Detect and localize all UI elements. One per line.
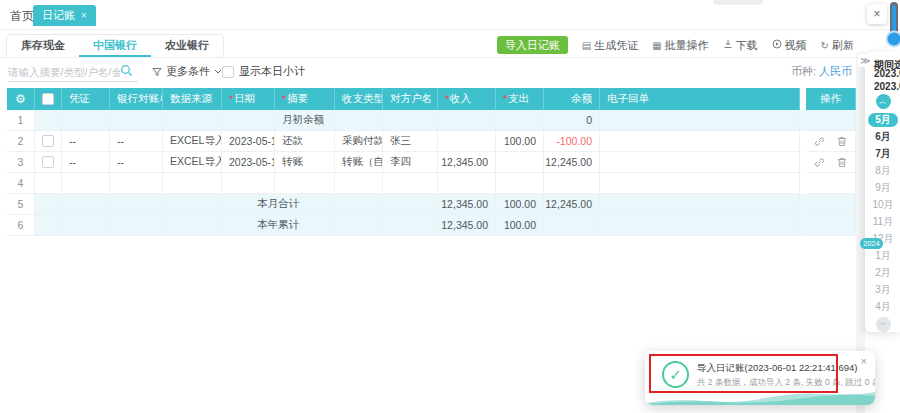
video-button[interactable]: 视频: [772, 38, 807, 53]
more-conditions-button[interactable]: 更多条件: [152, 64, 222, 79]
bank-tab-active[interactable]: 中国银行: [79, 35, 151, 57]
cell-balance: -100.00: [544, 131, 600, 152]
cell-date: 2023-05-10: [222, 152, 275, 173]
column-settings-gear-icon[interactable]: ⚙: [15, 92, 26, 106]
cell-category: 转账（自本...: [335, 152, 383, 173]
cell-bank_stmt: --: [110, 152, 163, 173]
cell-summary: 转账: [275, 152, 335, 173]
table-header-row: ⚙凭证银行对账单数据来源*日期*摘要收支类型对方户名*收入*支出余额电子回单操作: [7, 88, 856, 110]
cell-date: [222, 110, 275, 131]
cell-voucher: [62, 110, 110, 131]
cell-receipt: [600, 131, 800, 152]
cell-bank_stmt: [110, 194, 163, 215]
refresh-icon: ↻: [821, 40, 829, 51]
panel-collapse-icon[interactable]: ≫: [858, 54, 872, 67]
cell-voucher: [62, 215, 110, 236]
search-input[interactable]: [8, 66, 120, 78]
row-checkbox-cell: [35, 110, 62, 131]
cell-expense: 100.00: [496, 131, 544, 152]
cell-balance: 0: [544, 110, 600, 131]
month-item[interactable]: 10月: [868, 196, 898, 213]
table-row[interactable]: 4: [7, 173, 856, 194]
cell-income: 12,345.00: [438, 215, 496, 236]
download-button[interactable]: 下载: [723, 38, 758, 53]
overlay-close-button[interactable]: ×: [867, 4, 887, 24]
row-number: 4: [7, 173, 35, 194]
cell-expense: [496, 152, 544, 173]
month-item[interactable]: 1月: [868, 247, 898, 264]
period-to[interactable]: 2023.05: [874, 81, 900, 92]
tab-journal[interactable]: 日记账 ×: [33, 5, 96, 26]
bank-tab-item[interactable]: 农业银行: [151, 35, 223, 57]
table-row[interactable]: 5本月合计12,345.00100.0012,245.00: [7, 194, 856, 215]
cell-expense: [496, 110, 544, 131]
cell-counterparty: [383, 215, 438, 236]
month-item[interactable]: 2月: [868, 264, 898, 281]
month-item[interactable]: 8月: [868, 162, 898, 179]
download-icon: [723, 39, 733, 51]
month-item[interactable]: 5月: [868, 113, 898, 127]
year-badge: 2024: [860, 238, 883, 249]
import-result-toast: ✓ 导入日记账(2023-06-01 22:21:41.694) 共 2 条数据…: [645, 351, 875, 405]
bank-tab-strip: 库存现金中国银行农业银行: [6, 34, 224, 58]
month-item[interactable]: 3月: [868, 281, 898, 298]
cell-bank_stmt: [110, 110, 163, 131]
row-actions-cell: [806, 215, 856, 236]
cell-summary: 还款: [275, 131, 335, 152]
column-header-voucher: 凭证: [62, 88, 110, 110]
months-scroll-up-icon[interactable]: ︿: [876, 94, 891, 109]
cell-voucher: [62, 194, 110, 215]
tab-home[interactable]: 首页: [10, 8, 34, 25]
cell-voucher: [62, 173, 110, 194]
daily-subtotal-checkbox[interactable]: [222, 66, 234, 78]
delete-icon[interactable]: [837, 136, 847, 147]
table-row[interactable]: 1月初余额0: [7, 110, 856, 131]
row-actions-cell: [806, 152, 856, 173]
bank-tab-item[interactable]: 库存现金: [7, 35, 79, 57]
import-journal-button[interactable]: 导入日记账: [497, 36, 568, 54]
link-icon[interactable]: [814, 136, 825, 147]
cell-summary: 月初余额: [275, 110, 335, 131]
table-row[interactable]: 2----EXCEL导入2023-05-10还款采购付款张三100.00-100…: [7, 131, 856, 152]
link-icon[interactable]: [814, 157, 825, 168]
row-checkbox-cell: [35, 131, 62, 152]
row-number: 3: [7, 152, 35, 173]
summary-label-cell: 本月合计: [222, 194, 335, 215]
cell-source: EXCEL导入: [163, 131, 222, 152]
row-checkbox[interactable]: [42, 135, 54, 147]
month-item[interactable]: 7月: [868, 145, 898, 162]
column-header-bank_stmt: 银行对账单: [110, 88, 163, 110]
cell-counterparty: 张三: [383, 131, 438, 152]
currency-value[interactable]: 人民币: [819, 65, 852, 77]
cell-category: [335, 194, 383, 215]
download-label: 下载: [736, 38, 758, 53]
refresh-button[interactable]: ↻ 刷新: [821, 38, 854, 53]
row-checkbox[interactable]: [42, 156, 54, 168]
search-icon[interactable]: [120, 63, 133, 81]
cell-source: [163, 215, 222, 236]
month-item[interactable]: 11月: [868, 213, 898, 230]
cell-expense: 100.00: [496, 194, 544, 215]
months-scroll-down-icon[interactable]: ﹀: [876, 317, 891, 332]
tab-close-icon[interactable]: ×: [81, 10, 87, 21]
cell-bank_stmt: [110, 215, 163, 236]
row-actions-cell: [806, 110, 856, 131]
search-box: [8, 62, 138, 82]
select-all-checkbox[interactable]: [42, 93, 54, 105]
table-row[interactable]: 3----EXCEL导入2023-05-10转账转账（自本...李四12,345…: [7, 152, 856, 173]
toast-close-icon[interactable]: ×: [861, 355, 867, 367]
cell-date: 2023-05-10: [222, 131, 275, 152]
month-item[interactable]: 6月: [868, 128, 898, 145]
month-item[interactable]: 4月: [868, 298, 898, 315]
delete-icon[interactable]: [837, 157, 847, 168]
generate-voucher-button[interactable]: ▤ 生成凭证: [582, 38, 638, 53]
daily-subtotal-label: 显示本日小计: [239, 64, 305, 79]
period-from[interactable]: 2023.05: [874, 68, 900, 79]
cell-date: [222, 173, 275, 194]
summary-label-cell: 本年累计: [222, 215, 335, 236]
thermometer-icon[interactable]: [886, 1, 900, 53]
batch-operations-button[interactable]: ▦ 批量操作: [652, 38, 708, 53]
table-row[interactable]: 6本年累计12,345.00100.00: [7, 215, 856, 236]
row-checkbox-cell: [35, 173, 62, 194]
month-item[interactable]: 9月: [868, 179, 898, 196]
